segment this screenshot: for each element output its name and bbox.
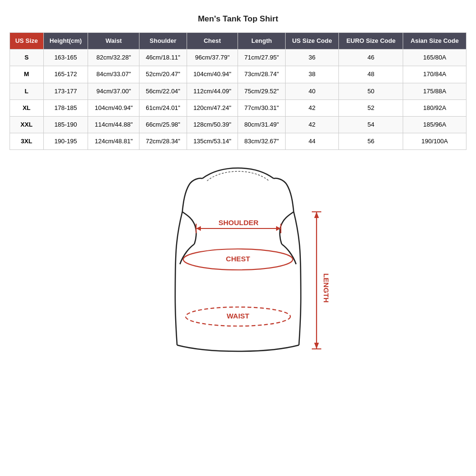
diagram-container: SHOULDER CHEST WAIST LENGTH: [119, 164, 357, 378]
table-cell: 71cm/27.95": [238, 50, 285, 66]
table-cell: 48: [339, 66, 403, 83]
table-row: XL178-185104cm/40.94"61cm/24.01"120cm/47…: [10, 99, 466, 116]
page-title: Men's Tank Top Shirt: [198, 14, 278, 24]
table-row: L173-17794cm/37.00"56cm/22.04"112cm/44.0…: [10, 83, 466, 99]
table-cell: 56: [339, 133, 403, 150]
table-cell: 61cm/24.01": [139, 99, 187, 116]
table-row: S163-16582cm/32.28"46cm/18.11"96cm/37.79…: [10, 50, 466, 66]
table-cell: 54: [339, 116, 403, 133]
header-length: Length: [238, 33, 285, 50]
table-cell: 112cm/44.09": [187, 83, 238, 99]
header-chest: Chest: [187, 33, 238, 50]
shirt-svg: SHOULDER CHEST WAIST LENGTH: [119, 164, 357, 378]
table-row: XXL185-190114cm/44.88"66cm/25.98"128cm/5…: [10, 116, 466, 133]
table-cell: 50: [339, 83, 403, 99]
table-cell: 163-165: [43, 50, 88, 66]
table-cell: 185/96A: [403, 116, 466, 133]
table-cell: 38: [285, 66, 338, 83]
table-cell: 83cm/32.67": [238, 133, 285, 150]
header-shoulder: Shoulder: [139, 33, 187, 50]
table-cell: 36: [285, 50, 338, 66]
table-row: 3XL190-195124cm/48.81"72cm/28.34"135cm/5…: [10, 133, 466, 150]
table-cell: XL: [10, 99, 44, 116]
table-cell: 66cm/25.98": [139, 116, 187, 133]
table-cell: 190-195: [43, 133, 88, 150]
table-cell: 114cm/44.88": [88, 116, 139, 133]
table-cell: 180/92A: [403, 99, 466, 116]
table-cell: 94cm/37.00": [88, 83, 139, 99]
table-cell: XXL: [10, 116, 44, 133]
header-euro-code: EURO Size Code: [339, 33, 403, 50]
table-cell: L: [10, 83, 44, 99]
table-cell: 82cm/32.28": [88, 50, 139, 66]
table-cell: 42: [285, 116, 338, 133]
table-cell: 52cm/20.47": [139, 66, 187, 83]
table-cell: 3XL: [10, 133, 44, 150]
table-cell: 120cm/47.24": [187, 99, 238, 116]
header-asian-code: Asian Size Code: [403, 33, 466, 50]
table-cell: 104cm/40.94": [88, 99, 139, 116]
table-cell: 44: [285, 133, 338, 150]
table-cell: 190/100A: [403, 133, 466, 150]
table-cell: 77cm/30.31": [238, 99, 285, 116]
table-cell: 124cm/48.81": [88, 133, 139, 150]
header-height: Height(cm): [43, 33, 88, 50]
table-cell: 72cm/28.34": [139, 133, 187, 150]
table-cell: 165/80A: [403, 50, 466, 66]
table-cell: 96cm/37.79": [187, 50, 238, 66]
svg-text:WAIST: WAIST: [227, 312, 249, 320]
svg-text:LENGTH: LENGTH: [322, 273, 330, 303]
table-cell: 73cm/28.74": [238, 66, 285, 83]
header-us-code: US Size Code: [285, 33, 338, 50]
svg-text:CHEST: CHEST: [226, 255, 250, 263]
table-cell: 56cm/22.04": [139, 83, 187, 99]
table-cell: 185-190: [43, 116, 88, 133]
table-cell: M: [10, 66, 44, 83]
table-cell: 128cm/50.39": [187, 116, 238, 133]
table-cell: 75cm/29.52": [238, 83, 285, 99]
table-cell: 46: [339, 50, 403, 66]
table-cell: 175/88A: [403, 83, 466, 99]
svg-marker-9: [314, 212, 319, 218]
table-cell: 178-185: [43, 99, 88, 116]
table-cell: 104cm/40.94": [187, 66, 238, 83]
svg-text:SHOULDER: SHOULDER: [218, 218, 258, 227]
table-row: M165-17284cm/33.07"52cm/20.47"104cm/40.9…: [10, 66, 466, 83]
table-cell: 84cm/33.07": [88, 66, 139, 83]
svg-marker-1: [196, 226, 201, 231]
table-cell: 52: [339, 99, 403, 116]
table-cell: 46cm/18.11": [139, 50, 187, 66]
size-table: US Size Height(cm) Waist Shoulder Chest …: [10, 32, 466, 150]
svg-marker-10: [314, 343, 319, 349]
table-cell: 170/84A: [403, 66, 466, 83]
table-cell: 135cm/53.14": [187, 133, 238, 150]
table-cell: S: [10, 50, 44, 66]
table-cell: 173-177: [43, 83, 88, 99]
table-cell: 165-172: [43, 66, 88, 83]
header-waist: Waist: [88, 33, 139, 50]
table-cell: 80cm/31.49": [238, 116, 285, 133]
table-cell: 40: [285, 83, 338, 99]
header-us-size: US Size: [10, 33, 44, 50]
table-cell: 42: [285, 99, 338, 116]
